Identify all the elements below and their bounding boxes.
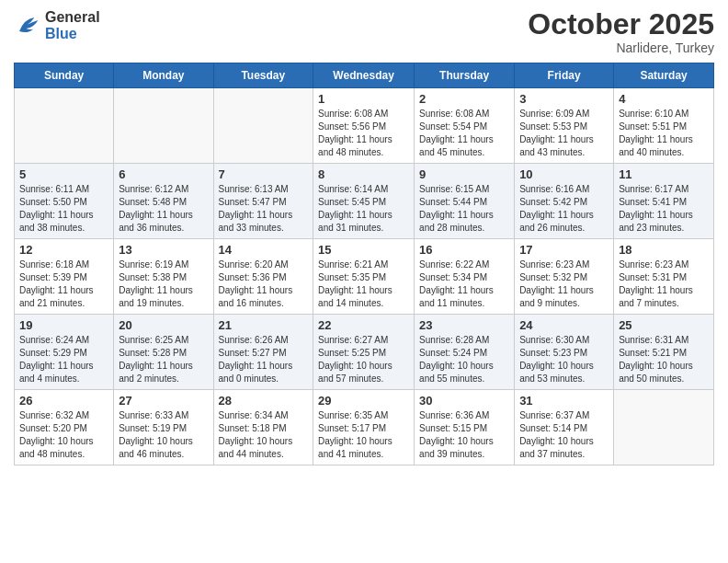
- header-friday: Friday: [515, 63, 614, 88]
- day-info: Sunrise: 6:11 AM Sunset: 5:50 PM Dayligh…: [19, 183, 108, 235]
- header: General Blue October 2025 Narlidere, Tur…: [14, 9, 714, 55]
- day-number: 12: [19, 243, 108, 257]
- calendar-cell: 29Sunrise: 6:35 AM Sunset: 5:17 PM Dayli…: [313, 390, 415, 465]
- day-number: 25: [619, 318, 709, 332]
- day-info: Sunrise: 6:21 AM Sunset: 5:35 PM Dayligh…: [318, 259, 409, 310]
- logo-text: General Blue: [45, 9, 100, 41]
- header-wednesday: Wednesday: [313, 63, 415, 88]
- day-info: Sunrise: 6:08 AM Sunset: 5:56 PM Dayligh…: [318, 108, 409, 159]
- day-number: 26: [19, 394, 108, 408]
- day-info: Sunrise: 6:08 AM Sunset: 5:54 PM Dayligh…: [419, 108, 509, 159]
- calendar-cell: 8Sunrise: 6:14 AM Sunset: 5:45 PM Daylig…: [313, 164, 415, 239]
- day-info: Sunrise: 6:36 AM Sunset: 5:15 PM Dayligh…: [419, 409, 509, 461]
- day-info: Sunrise: 6:12 AM Sunset: 5:48 PM Dayligh…: [119, 183, 208, 235]
- day-number: 8: [318, 167, 409, 181]
- calendar-cell: 19Sunrise: 6:24 AM Sunset: 5:29 PM Dayli…: [15, 315, 114, 390]
- day-info: Sunrise: 6:28 AM Sunset: 5:24 PM Dayligh…: [419, 334, 509, 385]
- day-number: 16: [419, 243, 509, 257]
- day-info: Sunrise: 6:37 AM Sunset: 5:14 PM Dayligh…: [519, 409, 609, 461]
- day-number: 5: [19, 167, 108, 181]
- logo: General Blue: [14, 9, 100, 41]
- calendar-cell: 30Sunrise: 6:36 AM Sunset: 5:15 PM Dayli…: [415, 390, 515, 465]
- header-monday: Monday: [114, 63, 213, 88]
- day-number: 14: [219, 243, 309, 257]
- calendar-cell: 13Sunrise: 6:19 AM Sunset: 5:38 PM Dayli…: [114, 239, 213, 315]
- calendar-cell: [15, 88, 114, 164]
- day-number: 27: [119, 394, 208, 408]
- day-info: Sunrise: 6:14 AM Sunset: 5:45 PM Dayligh…: [318, 183, 409, 235]
- day-number: 23: [419, 318, 509, 332]
- day-info: Sunrise: 6:33 AM Sunset: 5:19 PM Dayligh…: [119, 409, 208, 461]
- calendar-week-row: 19Sunrise: 6:24 AM Sunset: 5:29 PM Dayli…: [15, 315, 714, 390]
- page: General Blue October 2025 Narlidere, Tur…: [0, 0, 728, 563]
- day-number: 4: [619, 92, 709, 106]
- day-info: Sunrise: 6:18 AM Sunset: 5:39 PM Dayligh…: [19, 259, 108, 310]
- day-info: Sunrise: 6:23 AM Sunset: 5:31 PM Dayligh…: [619, 259, 709, 310]
- calendar-cell: 22Sunrise: 6:27 AM Sunset: 5:25 PM Dayli…: [313, 315, 415, 390]
- title-section: October 2025 Narlidere, Turkey: [528, 9, 714, 55]
- calendar-cell: 12Sunrise: 6:18 AM Sunset: 5:39 PM Dayli…: [15, 239, 114, 315]
- calendar-cell: 18Sunrise: 6:23 AM Sunset: 5:31 PM Dayli…: [614, 239, 714, 315]
- location-subtitle: Narlidere, Turkey: [528, 40, 714, 55]
- day-number: 28: [219, 394, 309, 408]
- calendar-table: Sunday Monday Tuesday Wednesday Thursday…: [14, 63, 714, 465]
- day-info: Sunrise: 6:17 AM Sunset: 5:41 PM Dayligh…: [619, 183, 709, 235]
- day-number: 10: [519, 167, 609, 181]
- day-info: Sunrise: 6:25 AM Sunset: 5:28 PM Dayligh…: [119, 334, 208, 385]
- day-number: 2: [419, 92, 509, 106]
- logo-icon: [14, 12, 41, 40]
- calendar-cell: 26Sunrise: 6:32 AM Sunset: 5:20 PM Dayli…: [15, 390, 114, 465]
- day-number: 6: [119, 167, 208, 181]
- calendar-week-row: 1Sunrise: 6:08 AM Sunset: 5:56 PM Daylig…: [15, 88, 714, 164]
- day-number: 21: [219, 318, 309, 332]
- day-number: 31: [519, 394, 609, 408]
- calendar-cell: 9Sunrise: 6:15 AM Sunset: 5:44 PM Daylig…: [415, 164, 515, 239]
- day-info: Sunrise: 6:20 AM Sunset: 5:36 PM Dayligh…: [219, 259, 309, 310]
- day-number: 22: [318, 318, 409, 332]
- calendar-cell: 21Sunrise: 6:26 AM Sunset: 5:27 PM Dayli…: [213, 315, 313, 390]
- calendar-cell: 7Sunrise: 6:13 AM Sunset: 5:47 PM Daylig…: [213, 164, 313, 239]
- calendar-cell: 14Sunrise: 6:20 AM Sunset: 5:36 PM Dayli…: [213, 239, 313, 315]
- calendar-cell: 16Sunrise: 6:22 AM Sunset: 5:34 PM Dayli…: [415, 239, 515, 315]
- calendar-cell: 24Sunrise: 6:30 AM Sunset: 5:23 PM Dayli…: [515, 315, 614, 390]
- calendar-cell: 10Sunrise: 6:16 AM Sunset: 5:42 PM Dayli…: [515, 164, 614, 239]
- calendar-cell: 28Sunrise: 6:34 AM Sunset: 5:18 PM Dayli…: [213, 390, 313, 465]
- weekday-header-row: Sunday Monday Tuesday Wednesday Thursday…: [15, 63, 714, 88]
- header-saturday: Saturday: [614, 63, 714, 88]
- day-info: Sunrise: 6:32 AM Sunset: 5:20 PM Dayligh…: [19, 409, 108, 461]
- day-info: Sunrise: 6:34 AM Sunset: 5:18 PM Dayligh…: [219, 409, 309, 461]
- day-number: 9: [419, 167, 509, 181]
- day-number: 30: [419, 394, 509, 408]
- calendar-cell: 17Sunrise: 6:23 AM Sunset: 5:32 PM Dayli…: [515, 239, 614, 315]
- calendar-week-row: 26Sunrise: 6:32 AM Sunset: 5:20 PM Dayli…: [15, 390, 714, 465]
- calendar-cell: [614, 390, 714, 465]
- calendar-cell: 15Sunrise: 6:21 AM Sunset: 5:35 PM Dayli…: [313, 239, 415, 315]
- calendar-cell: 25Sunrise: 6:31 AM Sunset: 5:21 PM Dayli…: [614, 315, 714, 390]
- calendar-cell: 31Sunrise: 6:37 AM Sunset: 5:14 PM Dayli…: [515, 390, 614, 465]
- calendar-cell: 27Sunrise: 6:33 AM Sunset: 5:19 PM Dayli…: [114, 390, 213, 465]
- calendar-cell: 23Sunrise: 6:28 AM Sunset: 5:24 PM Dayli…: [415, 315, 515, 390]
- day-number: 20: [119, 318, 208, 332]
- calendar-cell: 4Sunrise: 6:10 AM Sunset: 5:51 PM Daylig…: [614, 88, 714, 164]
- calendar-cell: [114, 88, 213, 164]
- day-info: Sunrise: 6:22 AM Sunset: 5:34 PM Dayligh…: [419, 259, 509, 310]
- day-info: Sunrise: 6:15 AM Sunset: 5:44 PM Dayligh…: [419, 183, 509, 235]
- calendar-cell: 2Sunrise: 6:08 AM Sunset: 5:54 PM Daylig…: [415, 88, 515, 164]
- day-info: Sunrise: 6:26 AM Sunset: 5:27 PM Dayligh…: [219, 334, 309, 385]
- calendar-cell: 11Sunrise: 6:17 AM Sunset: 5:41 PM Dayli…: [614, 164, 714, 239]
- day-number: 7: [219, 167, 309, 181]
- header-sunday: Sunday: [15, 63, 114, 88]
- day-number: 24: [519, 318, 609, 332]
- day-info: Sunrise: 6:35 AM Sunset: 5:17 PM Dayligh…: [318, 409, 409, 461]
- calendar-week-row: 12Sunrise: 6:18 AM Sunset: 5:39 PM Dayli…: [15, 239, 714, 315]
- day-number: 3: [519, 92, 609, 106]
- header-thursday: Thursday: [415, 63, 515, 88]
- day-number: 29: [318, 394, 409, 408]
- day-info: Sunrise: 6:13 AM Sunset: 5:47 PM Dayligh…: [219, 183, 309, 235]
- calendar-week-row: 5Sunrise: 6:11 AM Sunset: 5:50 PM Daylig…: [15, 164, 714, 239]
- day-number: 11: [619, 167, 709, 181]
- calendar-cell: 20Sunrise: 6:25 AM Sunset: 5:28 PM Dayli…: [114, 315, 213, 390]
- day-info: Sunrise: 6:23 AM Sunset: 5:32 PM Dayligh…: [519, 259, 609, 310]
- day-number: 19: [19, 318, 108, 332]
- day-number: 18: [619, 243, 709, 257]
